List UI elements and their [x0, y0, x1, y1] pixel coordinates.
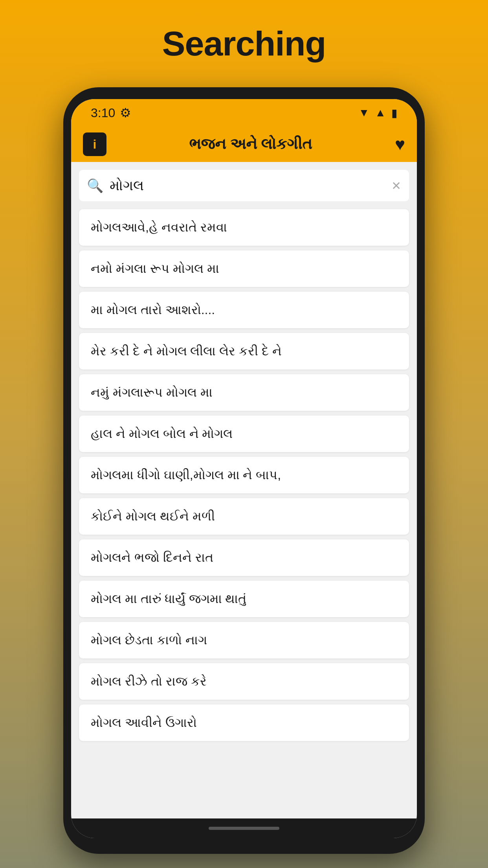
- list-item-text: નમો મંગલા રૂપ મોગલ મા: [91, 261, 219, 276]
- list-item-text: કોઈને મોગલ થઈને મળી: [91, 509, 215, 523]
- list-item-text: મા મોગલ તારો આશરો....: [91, 303, 215, 317]
- info-icon: i: [93, 137, 97, 152]
- list-item-text: મોગલ રીઝે તો રાજ કરે: [91, 674, 207, 688]
- list-item-text: મેર કરી દે ને મોગલ લીલા લેર કરી દે ને: [91, 344, 282, 358]
- status-time: 3:10 ⚙: [91, 105, 131, 120]
- list-item[interactable]: નમો મંગલા રૂપ મોગલ મા: [79, 250, 409, 287]
- list-item-text: મોગલ મા તારું ધાર્યું જગમા થાતું: [91, 592, 246, 606]
- status-bar: 3:10 ⚙ ▼ ▲ ▮: [71, 99, 417, 127]
- bottom-bar: [71, 818, 417, 838]
- signal-icon: ▲: [375, 107, 386, 119]
- heart-icon: ♥: [395, 134, 405, 154]
- wifi-icon: ▼: [359, 107, 370, 119]
- list-item[interactable]: મોગલઆવે,હે નવરાતે રમવા: [79, 209, 409, 246]
- list-item[interactable]: મોગલ આવીને ઉગારો: [79, 704, 409, 741]
- phone-screen: 3:10 ⚙ ▼ ▲ ▮ i ભજન અને લોકગીત ♥ 🔍 મોગલ ✕: [71, 99, 417, 838]
- list-item[interactable]: મોગલ રીઝે તો રાજ કરે: [79, 663, 409, 700]
- settings-icon: ⚙: [120, 105, 131, 120]
- favorite-button[interactable]: ♥: [395, 134, 405, 154]
- list-item[interactable]: કોઈને મોગલ થઈને મળી: [79, 498, 409, 535]
- list-item-text: નમું મંગલારૂપ મોગલ મા: [91, 385, 213, 399]
- clear-button[interactable]: ✕: [391, 179, 401, 193]
- app-bar: i ભજન અને લોકગીત ♥: [71, 127, 417, 162]
- list-item[interactable]: મા મોગલ તારો આશરો....: [79, 292, 409, 328]
- list-item[interactable]: નમું મંગલારૂપ મોગલ મા: [79, 374, 409, 411]
- status-icons: ▼ ▲ ▮: [359, 107, 397, 120]
- list-item-text: મોગલઆવે,હે નવરાતે રમવા: [91, 220, 227, 234]
- page-title: Searching: [162, 24, 326, 64]
- home-indicator: [209, 827, 279, 830]
- phone-mockup: 3:10 ⚙ ▼ ▲ ▮ i ભજન અને લોકગીત ♥ 🔍 મોગલ ✕: [63, 87, 425, 854]
- list-item-text: મોગલ છેડતા કાળો નાગ: [91, 633, 207, 647]
- list-item[interactable]: મોગલ મા તારું ધાર્યું જગમા થાતું: [79, 581, 409, 617]
- list-item[interactable]: મોગલમા ધીંગો ઘાણી,મોગલ મા ને બાપ,: [79, 457, 409, 493]
- search-bar[interactable]: 🔍 મોગલ ✕: [79, 170, 409, 201]
- list-item-text: મોગલમા ધીંગો ઘાણી,મોગલ મા ને બાપ,: [91, 468, 281, 482]
- list-item-text: મોગલ આવીને ઉગારો: [91, 715, 197, 730]
- list-item[interactable]: મોગલ છેડતા કાળો નાગ: [79, 622, 409, 658]
- search-input[interactable]: મોગલ: [110, 177, 385, 194]
- info-button[interactable]: i: [83, 132, 106, 156]
- list-item[interactable]: મેર કરી દે ને મોગલ લીલા લેર કરી દે ને: [79, 333, 409, 370]
- list-item-text: મોગલને ભજો દિનને રાત: [91, 550, 213, 565]
- list-item[interactable]: મોગલને ભજો દિનને રાત: [79, 539, 409, 576]
- list-item-text: હાલ ને મોગલ બોલ ને મોગલ: [91, 427, 233, 441]
- app-title: ભજન અને લોકગીત: [189, 136, 312, 153]
- time-display: 3:10: [91, 106, 115, 120]
- results-list: મોગલઆવે,હે નવરાતે રમવાનમો મંગલા રૂપ મોગલ…: [71, 201, 417, 818]
- list-item[interactable]: હાલ ને મોગલ બોલ ને મોગલ: [79, 416, 409, 452]
- battery-icon: ▮: [391, 107, 397, 120]
- search-icon: 🔍: [87, 178, 103, 193]
